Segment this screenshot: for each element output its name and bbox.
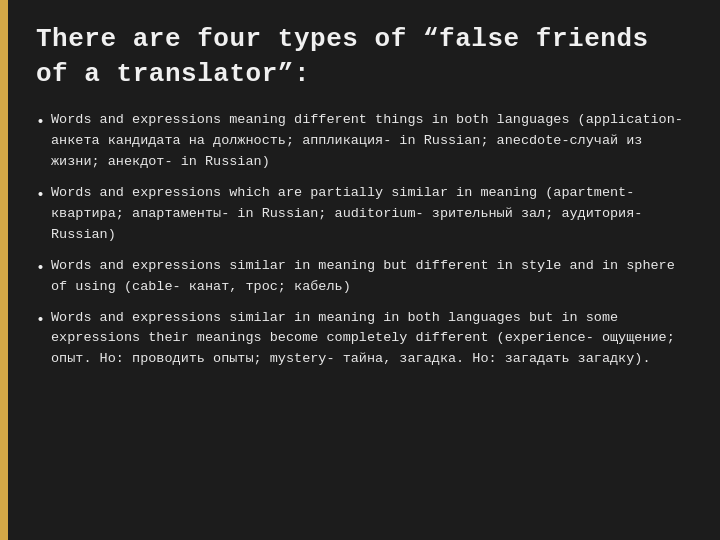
bullet-dot-icon: • bbox=[36, 257, 45, 280]
bullet-dot-icon: • bbox=[36, 184, 45, 207]
list-item: •Words and expressions meaning different… bbox=[36, 110, 688, 173]
bullet-text-3: Words and expressions similar in meaning… bbox=[51, 256, 688, 298]
bullet-text-4: Words and expressions similar in meaning… bbox=[51, 308, 688, 371]
slide-title: There are four types of “false friends o… bbox=[36, 22, 688, 92]
bullet-dot-icon: • bbox=[36, 111, 45, 134]
bullet-dot-icon: • bbox=[36, 309, 45, 332]
list-item: •Words and expressions which are partial… bbox=[36, 183, 688, 246]
list-item: •Words and expressions similar in meanin… bbox=[36, 256, 688, 298]
bullet-text-1: Words and expressions meaning different … bbox=[51, 110, 688, 173]
slide: There are four types of “false friends o… bbox=[0, 0, 720, 540]
left-accent-bar bbox=[0, 0, 8, 540]
bullet-list: •Words and expressions meaning different… bbox=[36, 110, 688, 370]
list-item: •Words and expressions similar in meanin… bbox=[36, 308, 688, 371]
bullet-text-2: Words and expressions which are partiall… bbox=[51, 183, 688, 246]
